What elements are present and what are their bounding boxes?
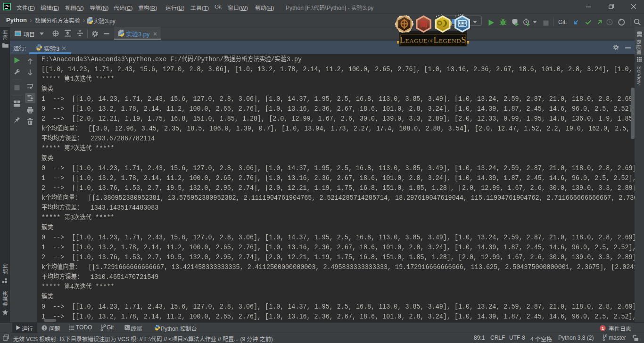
svg-text:简: 简 (420, 18, 428, 29)
svg-text:PC: PC (5, 4, 10, 8)
svg-text:1: 1 (602, 326, 604, 331)
